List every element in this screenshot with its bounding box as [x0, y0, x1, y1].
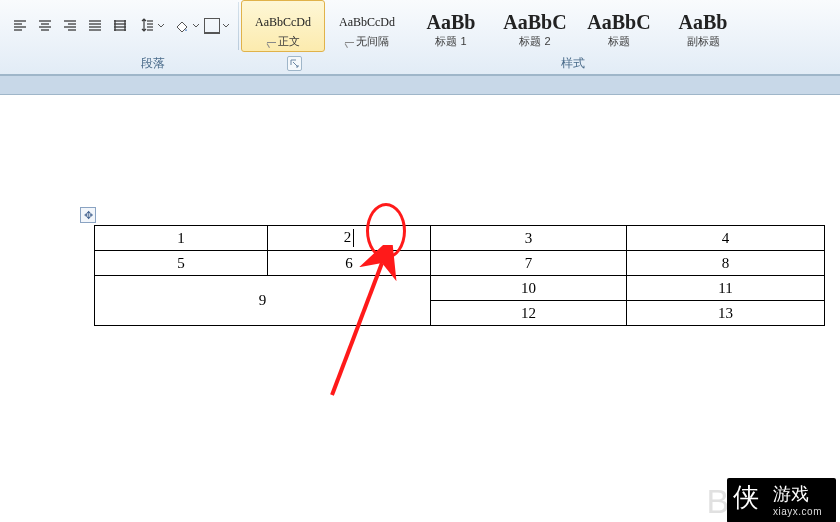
- table-cell[interactable]: 5: [95, 251, 268, 276]
- style-name: 副标题: [664, 34, 742, 49]
- table-row: 91011: [95, 276, 825, 301]
- table-cell[interactable]: 2: [268, 226, 431, 251]
- style-sample: AaBbC: [580, 10, 658, 34]
- document-table[interactable]: 12345678910111213: [94, 225, 825, 326]
- align-justify-button[interactable]: [83, 14, 107, 38]
- align-right-button[interactable]: [58, 14, 82, 38]
- table-row: 5678: [95, 251, 825, 276]
- shading-button[interactable]: [173, 14, 202, 38]
- style-sample: AaBb: [412, 10, 490, 34]
- style-name: 标题 2: [496, 34, 574, 49]
- group-label-paragraph: 段落: [0, 52, 306, 74]
- chevron-down-icon: [221, 22, 231, 30]
- table-cell[interactable]: 3: [431, 226, 627, 251]
- table-cell[interactable]: 1: [95, 226, 268, 251]
- watermark-url: xiayx.com: [773, 506, 822, 517]
- chevron-down-icon: [191, 22, 201, 30]
- styles-gallery[interactable]: AaBbCcDd正文AaBbCcDd无间隔AaBb标题 1AaBbC标题 2Aa…: [239, 0, 747, 52]
- watermark: 侠 游戏 xiayx.com: [727, 478, 836, 522]
- table-move-handle[interactable]: ✥: [80, 207, 96, 223]
- style-item-4[interactable]: AaBbC标题: [577, 0, 661, 52]
- table-cell[interactable]: 12: [431, 301, 627, 326]
- table-cell[interactable]: 13: [627, 301, 825, 326]
- ribbon-labels-row: 段落 样式: [0, 52, 840, 74]
- group-label-styles: 样式: [306, 52, 840, 74]
- ribbon-group-paragraph: [4, 0, 238, 52]
- paragraph-mark-icon: [267, 38, 276, 47]
- table-cell[interactable]: 4: [627, 226, 825, 251]
- watermark-brand: 游戏: [773, 484, 809, 504]
- table-cell[interactable]: 6: [268, 251, 431, 276]
- watermark-logo: 侠: [733, 480, 759, 515]
- style-sample: AaBbC: [496, 10, 574, 34]
- paragraph-mark-icon: [345, 38, 354, 47]
- style-sample: AaBbCcDd: [244, 10, 322, 34]
- style-name: 无间隔: [328, 34, 406, 49]
- style-item-0[interactable]: AaBbCcDd正文: [241, 0, 325, 52]
- style-sample: AaBb: [664, 10, 742, 34]
- text-caret: [353, 229, 354, 247]
- document-page: ✥ 12345678910111213: [0, 225, 840, 326]
- borders-button[interactable]: [203, 14, 232, 38]
- style-item-3[interactable]: AaBbC标题 2: [493, 0, 577, 52]
- table-cell[interactable]: 9: [95, 276, 431, 326]
- watermark-badge: 侠 游戏 xiayx.com: [727, 478, 836, 522]
- style-item-1[interactable]: AaBbCcDd无间隔: [325, 0, 409, 52]
- table-cell[interactable]: 7: [431, 251, 627, 276]
- document-canvas[interactable]: ✥ 12345678910111213 Ba 侠 游戏 xiayx.com: [0, 95, 840, 522]
- table-row: 1234: [95, 226, 825, 251]
- paragraph-dialog-launcher[interactable]: [287, 56, 302, 71]
- ruler-bar: [0, 75, 840, 95]
- ribbon: AaBbCcDd正文AaBbCcDd无间隔AaBb标题 1AaBbC标题 2Aa…: [0, 0, 840, 75]
- align-distribute-button[interactable]: [108, 14, 132, 38]
- table-cell[interactable]: 8: [627, 251, 825, 276]
- chevron-down-icon: [156, 22, 166, 30]
- style-item-5[interactable]: AaBb副标题: [661, 0, 745, 52]
- style-item-2[interactable]: AaBb标题 1: [409, 0, 493, 52]
- group-label-text: 段落: [141, 56, 165, 70]
- align-center-button[interactable]: [33, 14, 57, 38]
- style-name: 标题: [580, 34, 658, 49]
- align-left-button[interactable]: [8, 14, 32, 38]
- line-spacing-button[interactable]: [138, 14, 167, 38]
- style-name: 标题 1: [412, 34, 490, 49]
- paragraph-button-row: [8, 14, 232, 38]
- group-label-text: 样式: [561, 56, 585, 70]
- style-sample: AaBbCcDd: [328, 10, 406, 34]
- table-cell[interactable]: 11: [627, 276, 825, 301]
- borders-icon: [204, 18, 220, 34]
- style-name: 正文: [244, 34, 322, 49]
- table-cell[interactable]: 10: [431, 276, 627, 301]
